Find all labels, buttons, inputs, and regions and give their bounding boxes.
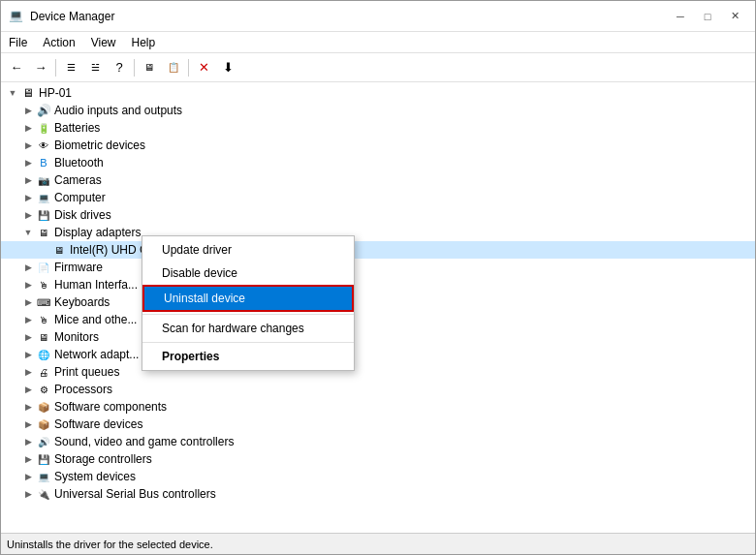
tree-item-storage[interactable]: ▶ 💾 Storage controllers — [1, 450, 755, 468]
cameras-expand-icon: ▶ — [20, 172, 36, 188]
display-label: Display adapters — [54, 226, 141, 239]
storage-expand-icon: ▶ — [20, 451, 36, 467]
tree-item-sound[interactable]: ▶ 🔊 Sound, video and game controllers — [1, 433, 755, 450]
tree-item-cameras[interactable]: ▶ 📷 Cameras — [1, 171, 755, 189]
tree-item-firmware[interactable]: ▶ 📄 Firmware — [1, 259, 755, 276]
status-bar: Uninstalls the driver for the selected d… — [1, 533, 755, 554]
keyboards-label: Keyboards — [54, 295, 110, 309]
ctx-uninstall-device[interactable]: Uninstall device — [142, 285, 354, 312]
processors-icon: ⚙ — [36, 382, 51, 397]
tree-item-processors[interactable]: ▶ ⚙ Processors — [1, 381, 755, 398]
back-button[interactable]: ← — [5, 56, 28, 79]
monitors-label: Monitors — [54, 330, 99, 344]
tree-item-display[interactable]: ▼ 🖥 Display adapters — [1, 224, 755, 241]
tree-item-mice[interactable]: ▶ 🖱 Mice and othe... — [1, 311, 755, 328]
biometric-label: Biometric devices — [54, 139, 145, 152]
tree-item-sw-components[interactable]: ▶ 📦 Software components — [1, 398, 755, 416]
sound-expand-icon: ▶ — [20, 434, 36, 449]
window-title: Device Manager — [30, 10, 114, 23]
menu-bar: File Action View Help — [1, 32, 755, 53]
menu-file[interactable]: File — [1, 34, 35, 51]
menu-help[interactable]: Help — [124, 34, 164, 51]
hid-label: Human Interfa... — [54, 278, 138, 292]
tree-item-system[interactable]: ▶ 💻 System devices — [1, 468, 755, 485]
tree-item-hid[interactable]: ▶ 🖱 Human Interfa... — [1, 276, 755, 293]
close-button[interactable]: ✕ — [722, 7, 747, 26]
sound-icon: 🔊 — [36, 434, 51, 449]
device-tree[interactable]: ▼ 🖥 HP-01 ▶ 🔊 Audio inputs and outputs ▶… — [1, 82, 755, 533]
usb-icon: 🔌 — [36, 486, 51, 502]
monitors-icon: 🖥 — [36, 329, 51, 345]
tree-item-audio[interactable]: ▶ 🔊 Audio inputs and outputs — [1, 102, 755, 119]
tree-item-batteries[interactable]: ▶ 🔋 Batteries — [1, 119, 755, 137]
toolbar-btn-1[interactable]: ☰ — [59, 56, 82, 79]
mice-label: Mice and othe... — [54, 313, 137, 326]
status-text: Uninstalls the driver for the selected d… — [7, 539, 213, 550]
keyboards-expand-icon: ▶ — [20, 294, 36, 310]
toolbar: ← → ☰ ☱ ? 🖥 📋 ✕ ⬇ — [1, 53, 755, 82]
maximize-button[interactable]: □ — [695, 7, 720, 26]
root-icon: 🖥 — [20, 85, 36, 101]
toolbar-btn-5[interactable]: 📋 — [162, 56, 185, 79]
tree-root[interactable]: ▼ 🖥 HP-01 — [1, 84, 755, 102]
ctx-properties[interactable]: Properties — [142, 345, 354, 368]
mice-expand-icon: ▶ — [20, 312, 36, 327]
disk-label: Disk drives — [54, 208, 111, 222]
usb-label: Universal Serial Bus controllers — [54, 487, 216, 501]
firmware-icon: 📄 — [36, 260, 51, 275]
minimize-button[interactable]: ─ — [668, 7, 693, 26]
tree-item-network[interactable]: ▶ 🌐 Network adapt... — [1, 346, 755, 363]
tree-item-computer[interactable]: ▶ 💻 Computer — [1, 189, 755, 206]
disk-icon: 💾 — [36, 207, 51, 223]
hid-expand-icon: ▶ — [20, 277, 36, 293]
print-expand-icon: ▶ — [20, 364, 36, 380]
mice-icon: 🖱 — [36, 312, 51, 327]
toolbar-sep-3 — [188, 59, 189, 77]
tree-item-print[interactable]: ▶ 🖨 Print queues — [1, 363, 755, 381]
ctx-scan-hardware[interactable]: Scan for hardware changes — [142, 317, 354, 340]
computer-label: Computer — [54, 191, 106, 204]
ctx-separator-2 — [142, 342, 354, 343]
tree-item-usb[interactable]: ▶ 🔌 Universal Serial Bus controllers — [1, 485, 755, 503]
processors-label: Processors — [54, 383, 112, 396]
network-label: Network adapt... — [54, 348, 139, 361]
tree-item-keyboards[interactable]: ▶ ⌨ Keyboards — [1, 293, 755, 311]
title-bar-controls: ─ □ ✕ — [668, 7, 747, 26]
tree-item-intel-uhd[interactable]: 🖥 Intel(R) UHD Graphics — [1, 241, 755, 259]
toolbar-btn-2[interactable]: ☱ — [83, 56, 107, 79]
menu-action[interactable]: Action — [35, 34, 82, 51]
print-icon: 🖨 — [36, 364, 51, 380]
computer-expand-icon: ▶ — [20, 190, 36, 205]
ctx-update-driver[interactable]: Update driver — [142, 238, 354, 262]
tree-item-sw-devices[interactable]: ▶ 📦 Software devices — [1, 416, 755, 433]
network-expand-icon: ▶ — [20, 347, 36, 362]
context-menu: Update driver Disable device Uninstall d… — [142, 235, 355, 371]
audio-expand-icon: ▶ — [20, 103, 36, 118]
biometric-icon: 👁 — [36, 138, 51, 153]
window-icon: 💻 — [9, 9, 24, 24]
sound-label: Sound, video and game controllers — [54, 435, 234, 448]
ctx-disable-device[interactable]: Disable device — [142, 262, 354, 285]
tree-item-bluetooth[interactable]: ▶ B Bluetooth — [1, 154, 755, 171]
network-icon: 🌐 — [36, 347, 51, 362]
tree-item-biometric[interactable]: ▶ 👁 Biometric devices — [1, 137, 755, 154]
usb-expand-icon: ▶ — [20, 486, 36, 502]
cameras-label: Cameras — [54, 173, 102, 187]
audio-label: Audio inputs and outputs — [54, 104, 182, 117]
bluetooth-expand-icon: ▶ — [20, 155, 36, 170]
cameras-icon: 📷 — [36, 172, 51, 188]
toolbar-btn-4[interactable]: 🖥 — [138, 56, 161, 79]
firmware-expand-icon: ▶ — [20, 260, 36, 275]
menu-view[interactable]: View — [83, 34, 124, 51]
monitors-expand-icon: ▶ — [20, 329, 36, 345]
main-content: ▼ 🖥 HP-01 ▶ 🔊 Audio inputs and outputs ▶… — [1, 82, 755, 533]
toolbar-btn-uninstall[interactable]: ✕ — [192, 56, 215, 79]
sw-devices-expand-icon: ▶ — [20, 416, 36, 432]
tree-item-disk[interactable]: ▶ 💾 Disk drives — [1, 206, 755, 224]
forward-button[interactable]: → — [29, 56, 52, 79]
tree-item-monitors[interactable]: ▶ 🖥 Monitors — [1, 328, 755, 346]
sw-components-label: Software components — [54, 400, 167, 414]
display-icon: 🖥 — [36, 225, 51, 240]
toolbar-btn-scan[interactable]: ⬇ — [216, 56, 239, 79]
toolbar-btn-3[interactable]: ? — [108, 56, 131, 79]
